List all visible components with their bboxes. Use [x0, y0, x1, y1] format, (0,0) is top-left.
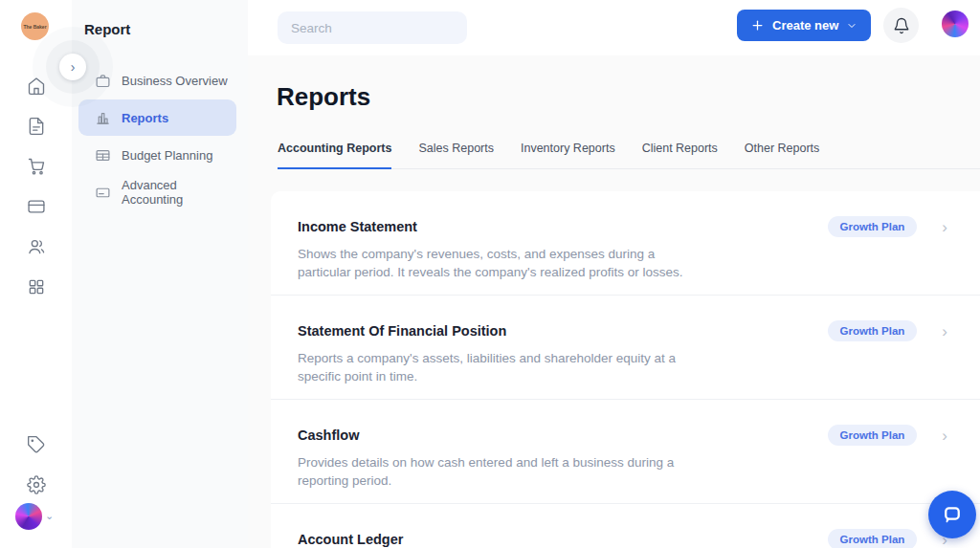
briefcase-icon [95, 73, 111, 89]
report-description: Shows the company's revenues, costs, and… [298, 245, 709, 281]
home-icon[interactable] [27, 77, 46, 96]
ledger-icon [95, 185, 111, 201]
user-avatar[interactable] [942, 11, 969, 37]
chevron-down-icon[interactable]: ⌄ [45, 510, 54, 522]
card-icon[interactable] [27, 197, 46, 216]
sidebar-item-reports[interactable]: Reports [78, 99, 236, 136]
report-description: Reports a company's assets, liabilities … [298, 349, 709, 385]
tab-sales-reports[interactable]: Sales Reports [418, 142, 494, 168]
report-sidebar: Report Business Overview Reports Budget … [72, 0, 248, 548]
cart-icon[interactable] [27, 157, 46, 176]
sidebar-item-label: Reports [122, 111, 168, 125]
plus-icon [750, 18, 765, 33]
sidebar-title: Report [84, 21, 130, 37]
chat-widget-button[interactable] [928, 491, 976, 538]
plan-badge: Growth Plan [828, 529, 918, 548]
chevron-down-icon [846, 20, 858, 32]
sidebar-item-advanced-accounting[interactable]: Advanced Accounting [78, 174, 236, 210]
tab-client-reports[interactable]: Client Reports [642, 142, 718, 168]
tab-other-reports[interactable]: Other Reports [745, 142, 820, 168]
notifications-button[interactable] [883, 8, 919, 43]
sidebar-collapse-button[interactable]: › [59, 54, 86, 80]
tab-accounting-reports[interactable]: Accounting Reports [278, 142, 391, 169]
report-name: Statement Of Financial Position [298, 322, 828, 340]
report-row-cashflow[interactable]: Cashflow Growth Plan › Provides details … [271, 399, 980, 503]
sidebar-item-label: Advanced Accounting [122, 178, 236, 207]
report-row-financial-position[interactable]: Statement Of Financial Position Growth P… [271, 295, 980, 399]
tab-inventory-reports[interactable]: Inventory Reports [521, 142, 615, 168]
chat-bubble-icon [941, 503, 964, 526]
app-logo[interactable]: The Baker [21, 12, 49, 40]
settings-icon[interactable] [27, 475, 46, 494]
report-description: Provides details on how cash entered and… [298, 453, 709, 490]
sidebar-item-label: Business Overview [122, 74, 228, 88]
main-area: Create new Reports Accounting Reports Sa… [248, 0, 980, 548]
plan-badge: Growth Plan [828, 320, 918, 341]
topbar: Create new [248, 0, 980, 55]
report-name: Account Ledger [298, 531, 828, 548]
report-row-account-ledger[interactable]: Account Ledger Growth Plan › Shows the t… [271, 503, 980, 548]
sidebar-item-business-overview[interactable]: Business Overview [78, 62, 236, 99]
apps-icon[interactable] [27, 277, 46, 296]
icon-rail: The Baker ⌄ [0, 0, 72, 548]
report-name: Income Statement [298, 218, 828, 235]
sidebar-item-budget-planning[interactable]: Budget Planning [78, 137, 236, 173]
report-tabs: Accounting Reports Sales Reports Invento… [278, 142, 980, 169]
bell-icon [893, 17, 910, 34]
users-icon[interactable] [27, 237, 46, 256]
create-new-label: Create new [772, 18, 838, 33]
report-row-income-statement[interactable]: Income Statement Growth Plan › Shows the… [271, 191, 980, 295]
bar-chart-icon [95, 110, 111, 126]
create-new-button[interactable]: Create new [737, 10, 871, 41]
report-name: Cashflow [298, 427, 828, 444]
sidebar-item-label: Budget Planning [122, 148, 212, 163]
spreadsheet-icon [95, 147, 111, 164]
documents-icon[interactable] [27, 117, 46, 136]
report-list-card: Income Statement Growth Plan › Shows the… [271, 191, 980, 548]
search-input[interactable] [278, 11, 467, 44]
plan-badge: Growth Plan [828, 216, 918, 237]
chevron-right-icon[interactable]: › [942, 219, 947, 235]
sidebar-menu: Business Overview Reports Budget Plannin… [78, 62, 236, 211]
plan-badge: Growth Plan [828, 425, 918, 446]
sidebar-user-avatar[interactable] [15, 503, 42, 530]
page-title: Reports [277, 82, 370, 112]
chevron-right-icon[interactable]: › [942, 427, 947, 444]
reports-page: Reports Accounting Reports Sales Reports… [248, 55, 980, 548]
tag-icon[interactable] [27, 435, 46, 454]
chevron-right-icon[interactable]: › [942, 323, 947, 340]
